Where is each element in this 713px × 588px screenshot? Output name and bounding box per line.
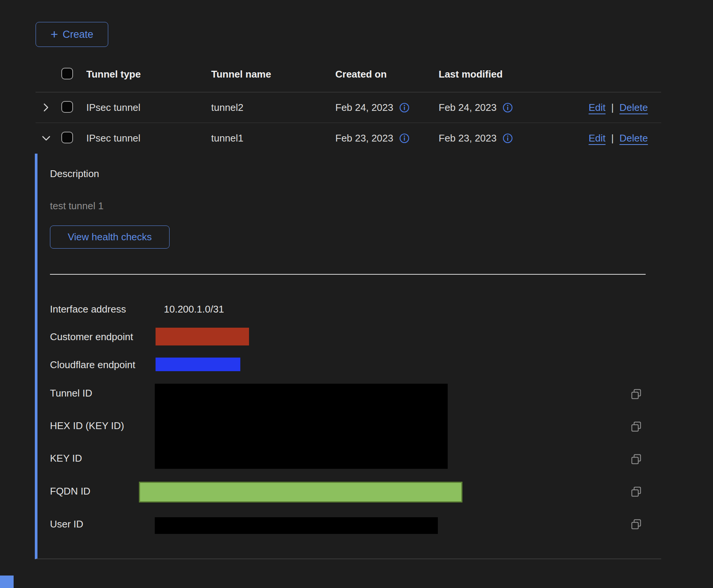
action-separator: | (611, 102, 614, 114)
copy-icon (630, 518, 642, 530)
hex-id-label: HEX ID (KEY ID) (50, 420, 124, 431)
fqdn-id-redacted-value (139, 482, 462, 502)
user-id-redacted-value (155, 517, 438, 534)
chevron-down-icon (40, 133, 52, 144)
info-icon[interactable] (399, 133, 409, 143)
select-all-checkbox[interactable] (61, 68, 73, 79)
interface-address-label: Interface address (50, 303, 126, 315)
delete-link[interactable]: Delete (620, 102, 648, 114)
created-on-cell: Feb 23, 2023 (335, 132, 439, 144)
copy-hex-id-button[interactable] (630, 421, 642, 433)
create-button-label: Create (62, 29, 93, 40)
copy-icon (630, 486, 642, 498)
tunnel-id-label: Tunnel ID (50, 387, 92, 399)
chevron-right-icon (40, 102, 52, 113)
tunnel-name-cell: tunnel1 (211, 132, 335, 144)
copy-tunnel-id-button[interactable] (630, 388, 642, 400)
row-checkbox[interactable] (61, 132, 73, 143)
copy-icon (630, 453, 642, 465)
tunnels-table: Tunnel type Tunnel name Created on Last … (36, 57, 661, 154)
header-last-modified: Last modified (439, 68, 661, 80)
create-button[interactable]: + Create (36, 22, 108, 47)
customer-endpoint-label: Customer endpoint (50, 331, 133, 342)
tunnels-page: + Create Tunnel type Tunnel name Created… (0, 0, 713, 588)
created-on-cell: Feb 24, 2023 (335, 102, 439, 114)
plus-icon: + (51, 28, 58, 40)
header-tunnel-type: Tunnel type (86, 68, 211, 80)
key-id-label: KEY ID (50, 453, 82, 464)
copy-user-id-button[interactable] (630, 518, 642, 530)
view-health-checks-button[interactable]: View health checks (50, 226, 170, 249)
action-separator: | (611, 132, 614, 144)
header-tunnel-name: Tunnel name (211, 68, 335, 80)
section-divider (50, 274, 646, 275)
table-row: IPsec tunnel tunnel2 Feb 24, 2023 Feb 24… (36, 92, 661, 123)
cloudflare-endpoint-label: Cloudflare endpoint (50, 359, 135, 370)
info-icon[interactable] (503, 103, 513, 113)
expand-row-button[interactable] (36, 102, 57, 113)
customer-endpoint-redacted-value (156, 328, 249, 345)
edit-link[interactable]: Edit (588, 102, 606, 114)
fqdn-id-label: FQDN ID (50, 485, 90, 497)
collapse-row-button[interactable] (36, 133, 57, 144)
copy-icon (630, 388, 642, 400)
ids-redacted-value (155, 384, 448, 469)
tunnel-detail-panel: Description test tunnel 1 View health ch… (35, 154, 661, 559)
description-value: test tunnel 1 (50, 200, 104, 212)
user-id-label: User ID (50, 518, 83, 530)
tunnel-type-cell: IPsec tunnel (86, 132, 211, 144)
description-label: Description (50, 168, 99, 179)
copy-fqdn-id-button[interactable] (630, 486, 642, 498)
scroll-indicator (0, 576, 14, 588)
info-icon[interactable] (399, 103, 409, 113)
info-icon[interactable] (503, 133, 513, 143)
delete-link[interactable]: Delete (620, 132, 648, 144)
tunnel-type-cell: IPsec tunnel (86, 102, 211, 114)
table-header-row: Tunnel type Tunnel name Created on Last … (36, 57, 661, 92)
last-modified-cell: Feb 24, 2023 Edit | Delete (439, 102, 661, 114)
last-modified-cell: Feb 23, 2023 Edit | Delete (439, 132, 661, 144)
copy-icon (630, 421, 642, 433)
interface-address-value: 10.200.1.0/31 (164, 303, 224, 315)
cloudflare-endpoint-redacted-value (156, 358, 240, 371)
row-checkbox[interactable] (61, 101, 73, 113)
header-created-on: Created on (335, 68, 439, 80)
table-row: IPsec tunnel tunnel1 Feb 23, 2023 Feb 23… (36, 123, 661, 154)
tunnel-name-cell: tunnel2 (211, 102, 335, 114)
copy-key-id-button[interactable] (630, 453, 642, 465)
edit-link[interactable]: Edit (588, 132, 606, 144)
